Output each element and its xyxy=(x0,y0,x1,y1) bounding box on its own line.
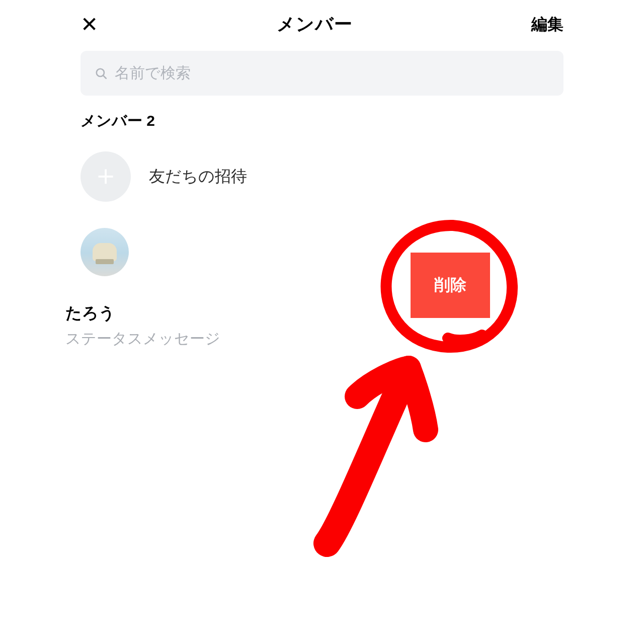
delete-button[interactable]: 削除 xyxy=(411,253,490,318)
page-title: メンバー xyxy=(277,12,353,37)
plus-icon: ＋ xyxy=(92,161,120,189)
header-bar: ✕ メンバー 編集 xyxy=(80,0,564,51)
member-status: ステータスメッセージ xyxy=(65,329,564,349)
edit-button[interactable]: 編集 xyxy=(531,14,564,36)
member-avatar-row[interactable] xyxy=(80,208,564,282)
annotation-arrow xyxy=(282,322,463,564)
invite-friends-row[interactable]: ＋ 友だちの招待 xyxy=(80,145,564,208)
search-placeholder: 名前で検索 xyxy=(115,63,191,84)
section-label: メンバー 2 xyxy=(80,111,564,131)
member-avatar[interactable] xyxy=(80,228,129,276)
close-icon[interactable]: ✕ xyxy=(80,14,98,35)
search-icon xyxy=(95,67,108,80)
add-friend-avatar[interactable]: ＋ xyxy=(80,151,131,202)
invite-label: 友だちの招待 xyxy=(149,166,247,188)
search-input[interactable]: 名前で検索 xyxy=(80,51,564,96)
svg-line-1 xyxy=(103,75,106,78)
